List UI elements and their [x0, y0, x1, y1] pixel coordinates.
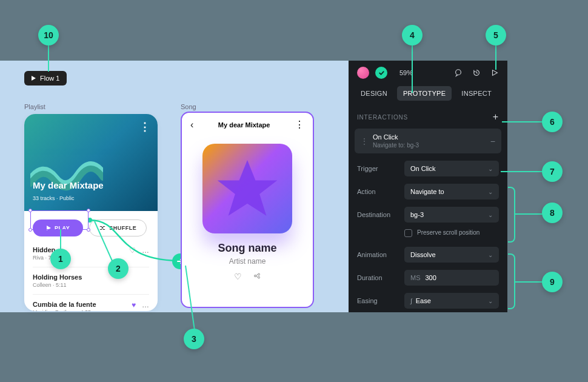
label-destination: Destination	[357, 211, 398, 218]
divider	[33, 294, 149, 295]
frame-label-song[interactable]: Song	[181, 103, 196, 110]
divider	[33, 267, 149, 267]
collapse-icon[interactable]: −	[490, 136, 495, 146]
more-icon[interactable]: ⋮	[139, 120, 150, 133]
play-button-label: PLAY	[55, 225, 70, 231]
label-duration: Duration	[357, 274, 398, 281]
annotation-bracket	[508, 253, 515, 309]
animation-select[interactable]: Dissolve ⌄	[404, 247, 499, 263]
star-art-icon	[213, 155, 281, 223]
track-row: Holding Horses Colleen · 5:11	[24, 270, 158, 292]
drag-handle-icon[interactable]: ⋮	[361, 137, 368, 146]
annotation-bracket	[508, 187, 515, 243]
track-subtitle: Colleen · 5:11	[33, 282, 149, 288]
song-header-title: My dear Mixtape	[218, 121, 270, 129]
action-select[interactable]: Navigate to ⌄	[404, 184, 499, 199]
shuffle-button-label: SHUFFLE	[109, 225, 136, 231]
add-interaction-button[interactable]: +	[493, 112, 499, 122]
section-interactions-label: INTERACTIONS	[357, 114, 408, 121]
album-art	[202, 144, 292, 233]
duration-unit: MS	[410, 274, 421, 281]
frame-song[interactable]: ‹ My dear Mixtape ⋮ Song name Artist nam…	[181, 112, 314, 308]
chevron-down-icon: ⌄	[488, 212, 493, 218]
label-trigger: Trigger	[357, 165, 398, 172]
annotation-pointer	[515, 281, 543, 283]
animation-value: Dissolve	[410, 251, 436, 258]
label-preserve-scroll: Preserve scroll position	[417, 229, 479, 236]
share-icon-svg	[253, 272, 261, 280]
flow-label: Flow 1	[40, 75, 59, 82]
interaction-title: On Click	[373, 133, 486, 141]
share-icon[interactable]	[253, 272, 261, 282]
annotation-10: 10	[38, 25, 59, 45]
inspector-panel: 59% DESIGN PROTOTYPE INSPECT INTERACTION…	[349, 61, 507, 312]
more-icon[interactable]: ⋮	[295, 119, 304, 130]
duration-input[interactable]: MS 300	[404, 270, 499, 286]
chevron-down-icon: ⌄	[488, 298, 493, 304]
shuffle-icon	[99, 225, 105, 231]
label-easing: Easing	[357, 297, 398, 304]
song-title: Song name	[182, 242, 313, 255]
zoom-value[interactable]: 59%	[399, 69, 413, 76]
chevron-down-icon: ⌄	[488, 189, 493, 195]
preserve-scroll-checkbox[interactable]	[404, 229, 412, 237]
chevron-down-icon: ⌄	[488, 166, 493, 172]
frame-playlist[interactable]: ⋮ My dear Mixtape 33 tracks · Public PLA…	[24, 114, 158, 311]
svg-point-2	[456, 70, 461, 75]
playlist-subtitle: 33 tracks · Public	[33, 195, 75, 201]
destination-select[interactable]: bg-3 ⌄	[404, 207, 499, 223]
tab-prototype[interactable]: PROTOTYPE	[397, 86, 452, 101]
action-value: Navigate to	[410, 188, 444, 195]
annotation-pointer	[501, 171, 543, 172]
annotation-8: 8	[542, 203, 563, 223]
annotation-1: 1	[50, 249, 71, 269]
annotation-6: 6	[542, 112, 563, 132]
track-title[interactable]: Holding Horses	[33, 273, 149, 281]
annotation-7: 7	[542, 161, 563, 182]
play-preview-icon[interactable]	[490, 69, 499, 77]
heart-icon[interactable]: ♡	[234, 272, 242, 282]
track-row: Hidden Riva · 7:38 ♡ …	[24, 243, 158, 264]
comment-icon[interactable]	[454, 69, 463, 77]
interaction-item[interactable]: ⋮ On Click Navigate to: bg-3 −	[355, 129, 501, 153]
ready-status-icon[interactable]	[375, 67, 387, 79]
label-animation: Animation	[357, 251, 398, 258]
annotation-pointer	[48, 45, 49, 72]
avatar[interactable]	[357, 67, 369, 79]
svg-marker-1	[218, 160, 278, 216]
easing-curve-icon: ∫	[410, 298, 412, 304]
trigger-value: On Click	[410, 165, 436, 172]
track-subtitle: Meridian Brothers · 4:35	[33, 309, 149, 311]
song-artist: Artist name	[182, 257, 313, 266]
more-icon[interactable]: …	[142, 246, 149, 255]
tab-inspect[interactable]: INSPECT	[455, 86, 498, 101]
tab-design[interactable]: DESIGN	[355, 86, 393, 101]
playlist-cover: ⋮ My dear Mixtape 33 tracks · Public	[24, 114, 158, 211]
heart-filled-icon[interactable]: ♥	[132, 301, 136, 309]
easing-value: Ease	[416, 297, 431, 304]
play-icon	[30, 75, 36, 81]
wave-art-icon	[30, 150, 103, 199]
back-icon[interactable]: ‹	[190, 119, 193, 130]
check-icon	[378, 70, 385, 76]
trigger-select[interactable]: On Click ⌄	[404, 161, 499, 176]
track-row: Cumbia de la fuente Meridian Brothers · …	[24, 297, 158, 311]
play-button[interactable]: PLAY	[33, 219, 83, 236]
annotation-2: 2	[108, 258, 129, 279]
annotation-pointer	[60, 229, 61, 250]
heart-icon[interactable]: ♡	[129, 246, 136, 255]
flow-start-chip[interactable]: Flow 1	[24, 71, 67, 85]
annotation-3: 3	[184, 329, 204, 349]
destination-value: bg-3	[410, 211, 424, 218]
frame-label-playlist[interactable]: Playlist	[24, 103, 45, 110]
interaction-subtitle: Navigate to: bg-3	[373, 142, 486, 149]
history-icon[interactable]	[472, 69, 481, 77]
play-icon	[46, 226, 51, 230]
annotation-pointer	[515, 213, 543, 215]
easing-select[interactable]: ∫Ease ⌄	[404, 293, 499, 309]
annotation-pointer	[412, 45, 413, 93]
more-icon[interactable]: …	[142, 301, 149, 309]
annotation-5: 5	[486, 25, 506, 45]
chevron-down-icon: ⌄	[488, 252, 493, 258]
label-action: Action	[357, 188, 398, 195]
